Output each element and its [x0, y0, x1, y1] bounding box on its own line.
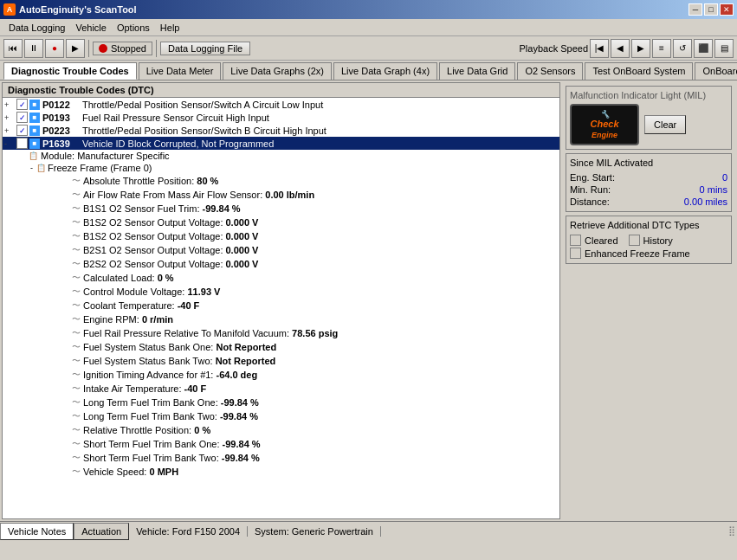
wave-icon-18: 〜: [72, 424, 81, 436]
desc-p0193: Fuel Rail Pressure Sensor Circuit High I…: [82, 113, 269, 123]
cb-p0193[interactable]: ✓: [16, 112, 28, 123]
dtc-row-p0193[interactable]: + ✓ ■ P0193 Fuel Rail Pressure Sensor Ci…: [3, 111, 559, 124]
retrieve-box: Retrieve Additional DTC Types Cleared Hi…: [566, 216, 732, 264]
wave-icon-1: 〜: [72, 189, 81, 201]
freeze-item-3: 〜 B1S2 O2 Sensor Output Voltage: 0.000 V: [29, 216, 559, 229]
freeze-item-text-4: B1S2 O2 Sensor Output Voltage: 0.000 V: [83, 231, 258, 241]
window-controls[interactable]: ─ □ ✕: [689, 3, 734, 16]
toolbar-btn-1[interactable]: ⏮: [3, 39, 23, 58]
freeze-item-text-1: Air Flow Rate From Mass Air Flow Sensor:…: [83, 190, 314, 200]
vehicle-info-text: Vehicle: Ford F150 2004: [136, 526, 240, 537]
code-p0223: P0223: [42, 126, 79, 136]
eng-start-val: 0: [722, 172, 727, 183]
dtc-row-p0122[interactable]: + ✓ ■ P0122 Throttle/Pedal Position Sens…: [3, 98, 559, 111]
freeze-item-12: 〜 Fuel System Status Bank One: Not Repor…: [29, 340, 559, 354]
distance-val: 0.00 miles: [684, 196, 727, 207]
playback-btn-1[interactable]: |◀: [590, 39, 609, 58]
toolbar-btn-2[interactable]: ⏸: [24, 39, 43, 58]
playback-btn-stop[interactable]: ⬛: [694, 39, 713, 58]
tab-live-data-grid[interactable]: Live Data Grid: [439, 62, 515, 80]
wave-icon-19: 〜: [72, 438, 81, 450]
wave-icon-5: 〜: [72, 244, 81, 256]
clear-button[interactable]: Clear: [644, 115, 686, 134]
code-p1639: P1639: [42, 138, 79, 149]
tab-test-onboard[interactable]: Test OnBoard System: [585, 62, 693, 80]
wave-icon-14: 〜: [72, 369, 81, 381]
wave-icon-17: 〜: [72, 410, 81, 422]
tab-live-data-graph-4x[interactable]: Live Data Graph (4x): [333, 62, 437, 80]
menu-options[interactable]: Options: [112, 21, 155, 35]
playback-btn-2[interactable]: ◀: [611, 39, 630, 58]
wave-icon-10: 〜: [72, 313, 81, 325]
toolbar-record[interactable]: ●: [45, 39, 64, 58]
tab-live-data-graphs-2x[interactable]: Live Data Graphs (2x): [223, 62, 332, 80]
menu-vehicle[interactable]: Vehicle: [70, 21, 111, 35]
cb-p0223[interactable]: ✓: [16, 125, 28, 136]
dtc-list[interactable]: + ✓ ■ P0122 Throttle/Pedal Position Sens…: [3, 98, 559, 518]
playback-btn-5[interactable]: ↺: [673, 39, 692, 58]
freeze-expand[interactable]: -: [30, 164, 33, 172]
cleared-checkbox[interactable]: [570, 235, 581, 246]
freeze-item-16: 〜 Long Term Fuel Trim Bank One: -99.84 %: [29, 396, 559, 409]
status-tab-vehicle-notes[interactable]: Vehicle Notes: [0, 523, 74, 540]
menu-help[interactable]: Help: [155, 21, 185, 35]
freeze-item-7: 〜 Calculated Load: 0 %: [29, 271, 559, 285]
playback-btn-3[interactable]: ▶: [631, 39, 650, 58]
dtc-row-p1639[interactable]: - ✓ ■ P1639 Vehicle ID Block Corrupted, …: [3, 137, 559, 150]
module-icon: 📋: [29, 151, 38, 160]
sub-module: 📋 Module: Manufacturer Specific: [3, 150, 559, 162]
min-run-label: Min. Run:: [570, 184, 611, 195]
toolbar-play[interactable]: ▶: [66, 39, 85, 58]
right-panel: Malfunction Indicator Light (MIL) 🔧 Chec…: [562, 82, 735, 519]
minimize-button[interactable]: ─: [689, 3, 702, 16]
history-checkbox[interactable]: [629, 235, 640, 246]
enhanced-row: Enhanced Freeze Frame: [570, 247, 727, 260]
freeze-frame-header[interactable]: - 📋 Freeze Frame (Frame 0): [29, 162, 559, 174]
desc-p0122: Throttle/Pedal Position Sensor/Switch A …: [82, 100, 323, 110]
freeze-item-19: 〜 Short Term Fuel Trim Bank One: -99.84 …: [29, 437, 559, 451]
tab-dtc[interactable]: Diagnostic Trouble Codes: [3, 62, 137, 80]
freeze-frame: - 📋 Freeze Frame (Frame 0) 〜 Absolute Th…: [3, 162, 559, 479]
desc-p1639: Vehicle ID Block Corrupted, Not Programm…: [82, 138, 274, 149]
expand-p1639[interactable]: -: [4, 139, 16, 148]
maximize-button[interactable]: □: [704, 3, 718, 16]
freeze-item-8: 〜 Control Module Voltage: 11.93 V: [29, 285, 559, 299]
freeze-item-21: 〜 Vehicle Speed: 0 MPH: [29, 465, 559, 479]
expand-p0223[interactable]: +: [4, 126, 16, 135]
menu-data-logging[interactable]: Data Logging: [3, 21, 70, 35]
data-logging-file-button[interactable]: Data Logging File: [160, 42, 250, 55]
dtc-row-p0223[interactable]: + ✓ ■ P0223 Throttle/Pedal Position Sens…: [3, 124, 559, 137]
tabs-bar: Diagnostic Trouble Codes Live Data Meter…: [0, 61, 737, 80]
mil-info-box: Since MIL Activated Eng. Start: 0 Min. R…: [566, 153, 732, 212]
playback-speed-label: Playback Speed: [520, 43, 589, 54]
mil-box: Malfunction Indicator Light (MIL) 🔧 Chec…: [566, 86, 732, 150]
check-engine-text: 🔧 Check Engine: [590, 110, 618, 140]
playback-btn-4[interactable]: ≡: [652, 39, 671, 58]
cb-p1639[interactable]: ✓: [16, 138, 28, 149]
enhanced-checkbox[interactable]: [570, 248, 581, 259]
stop-dot: [99, 44, 107, 53]
tab-o2-sensors[interactable]: O2 Sensors: [517, 62, 583, 80]
expand-p0193[interactable]: +: [4, 113, 16, 122]
freeze-item-11: 〜 Fuel Rail Pressure Relative To Manifol…: [29, 326, 559, 340]
cleared-row: Cleared History: [570, 234, 727, 247]
cleared-label: Cleared: [585, 235, 618, 246]
tab-live-data-meter[interactable]: Live Data Meter: [139, 62, 222, 80]
since-mil-title: Since MIL Activated: [570, 158, 727, 168]
status-tab-actuation[interactable]: Actuation: [74, 523, 129, 540]
wave-icon-11: 〜: [72, 327, 81, 339]
expand-p0122[interactable]: +: [4, 100, 16, 109]
playback-btn-6[interactable]: ▤: [714, 39, 734, 58]
freeze-item-1: 〜 Air Flow Rate From Mass Air Flow Senso…: [29, 188, 559, 202]
system-info-text: System: Generic Powertrain: [255, 526, 373, 537]
close-button[interactable]: ✕: [720, 3, 734, 16]
tab-onboard[interactable]: OnBoard: [695, 62, 737, 80]
icon-p1639: ■: [29, 138, 40, 149]
cb-p0122[interactable]: ✓: [16, 99, 28, 110]
min-run-row: Min. Run: 0 mins: [570, 183, 727, 196]
freeze-item-text-11: Fuel Rail Pressure Relative To Manifold …: [83, 328, 338, 338]
resize-grip[interactable]: ⣿: [727, 526, 737, 537]
toolbar-sep-1: [88, 40, 89, 57]
wave-icon-21: 〜: [72, 466, 81, 478]
code-p0122: P0122: [42, 100, 79, 110]
